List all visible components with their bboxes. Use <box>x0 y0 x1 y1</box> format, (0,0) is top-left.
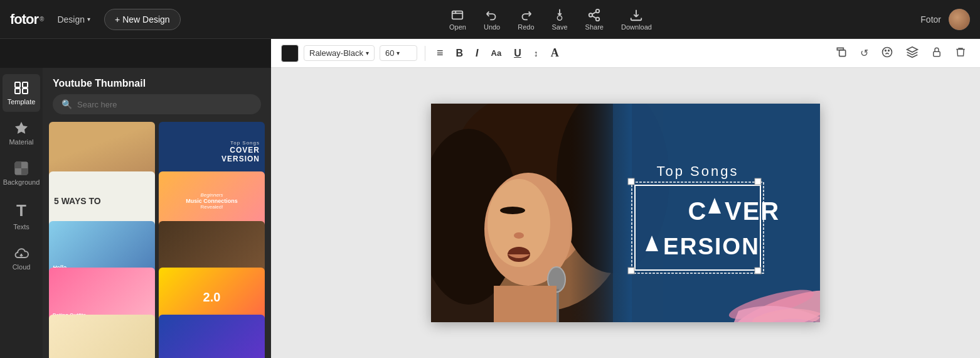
svg-marker-12 <box>15 122 28 134</box>
trash-icon <box>955 46 966 58</box>
font-family-selector[interactable]: Raleway-Black ▾ <box>304 45 375 61</box>
share-icon <box>587 8 601 22</box>
template-label-2: Top Songs COVER VERSION <box>221 140 260 163</box>
template-label-3: 5 WAYS TO <box>54 196 101 206</box>
background-icon <box>14 161 29 176</box>
undo-tool[interactable]: Undo <box>484 8 500 31</box>
delete-button[interactable] <box>951 44 970 63</box>
template-label-4: Beginners Music Connections Revealed! <box>186 192 238 210</box>
canvas-area: Top Songs C VER ERSION <box>271 68 980 358</box>
texts-label: Texts <box>13 223 29 231</box>
texts-icon: T <box>16 201 26 220</box>
template-thumb[interactable]: DESIGN <box>159 315 265 358</box>
svg-rect-16 <box>15 168 21 175</box>
download-label: Download <box>621 23 652 31</box>
svg-point-4 <box>596 17 600 20</box>
template-panel: Youtube Thumbnail 🔍 Cute Cats Top Songs … <box>43 68 271 358</box>
sidebar: Template Material Background T Texts <box>0 68 43 358</box>
sidebar-item-template[interactable]: Template <box>3 74 40 112</box>
italic-button[interactable]: I <box>472 45 482 62</box>
text-style-button[interactable]: A <box>547 44 563 62</box>
svg-point-2 <box>596 9 600 13</box>
save-icon <box>553 8 567 22</box>
sidebar-item-cloud[interactable]: Cloud <box>3 239 40 277</box>
svg-point-6 <box>883 47 892 57</box>
svg-rect-10 <box>15 89 20 94</box>
user-name: Fotor <box>920 14 941 24</box>
undo-label: Undo <box>484 23 500 31</box>
layers-button[interactable] <box>902 43 922 63</box>
logo-text: fotor <box>10 11 38 28</box>
download-tool[interactable]: Download <box>621 8 652 31</box>
format-bar: Raleway-Black ▾ 60 ▾ ≡ B I Aa U ↕ A ↺ <box>271 39 980 68</box>
aa-button[interactable]: Aa <box>487 46 506 60</box>
canvas-svg: Top Songs C VER ERSION <box>431 104 820 322</box>
rotate-button[interactable]: ↺ <box>856 45 872 62</box>
avatar-image <box>949 9 970 30</box>
bold-button[interactable]: B <box>452 45 467 62</box>
fotor-logo: fotor® <box>10 11 43 28</box>
center-toolbar: Open Undo Redo Save Share <box>188 8 913 31</box>
svg-text:Top Songs: Top Songs <box>657 163 739 179</box>
cloud-icon <box>14 246 29 261</box>
search-input[interactable] <box>77 100 252 109</box>
material-icon <box>14 121 29 136</box>
avatar[interactable] <box>949 9 970 30</box>
logo-sup: ® <box>40 16 43 23</box>
undo-icon <box>485 8 499 22</box>
open-icon <box>450 8 464 22</box>
redo-tool[interactable]: Redo <box>518 8 534 31</box>
svg-rect-46 <box>628 268 634 274</box>
background-label: Background <box>3 178 40 186</box>
share-tool[interactable]: Share <box>585 8 604 31</box>
share-label: Share <box>585 23 604 31</box>
template-thumb[interactable] <box>49 315 155 358</box>
canvas-wrapper: Top Songs C VER ERSION <box>431 104 820 322</box>
size-chevron-icon: ▾ <box>397 50 400 57</box>
svg-rect-15 <box>21 168 28 175</box>
download-icon <box>629 8 643 22</box>
svg-text:ERSION: ERSION <box>663 234 760 259</box>
svg-rect-45 <box>755 178 761 185</box>
svg-point-3 <box>589 13 593 17</box>
search-bar[interactable]: 🔍 <box>53 94 261 114</box>
svg-text:VER: VER <box>725 197 780 225</box>
svg-point-28 <box>514 232 524 239</box>
new-design-label: + New Design <box>115 14 170 24</box>
templates-grid: Cute Cats Top Songs COVER VERSION 5 WAYS… <box>43 122 271 358</box>
main-content: Template Material Background T Texts <box>0 68 980 358</box>
save-tool[interactable]: Save <box>552 8 568 31</box>
sidebar-item-background[interactable]: Background <box>3 155 40 192</box>
top-navigation: fotor® Design ▾ + New Design Open Undo R… <box>0 0 980 39</box>
underline-button[interactable]: U <box>510 45 525 62</box>
open-label: Open <box>449 23 466 31</box>
material-label: Material <box>9 138 33 146</box>
text-align-button[interactable]: ≡ <box>433 44 447 62</box>
lock-button[interactable] <box>927 44 946 63</box>
font-size-value: 60 <box>385 48 394 58</box>
svg-rect-14 <box>15 162 21 168</box>
font-name-label: Raleway-Black <box>309 48 363 58</box>
redo-label: Redo <box>518 23 534 31</box>
duplicate-icon <box>835 46 848 58</box>
svg-rect-7 <box>934 52 940 57</box>
template-label-8: 2.0 <box>203 290 221 305</box>
svg-rect-35 <box>569 104 632 322</box>
svg-rect-44 <box>628 178 634 185</box>
open-tool[interactable]: Open <box>449 8 466 31</box>
design-dropdown-button[interactable]: Design ▾ <box>51 11 97 28</box>
sidebar-item-texts[interactable]: T Texts <box>3 195 40 237</box>
mask-icon <box>881 46 893 58</box>
duplicate-button[interactable] <box>831 43 851 63</box>
font-size-selector[interactable]: 60 ▾ <box>380 45 417 61</box>
svg-rect-8 <box>15 82 20 87</box>
font-chevron-icon: ▾ <box>366 50 369 57</box>
save-label: Save <box>552 23 568 31</box>
mask-button[interactable] <box>877 43 897 63</box>
letter-spacing-button[interactable]: ↕ <box>530 46 542 61</box>
sidebar-item-material[interactable]: Material <box>3 114 40 152</box>
format-divider-1 <box>425 46 425 61</box>
right-tools: Fotor <box>920 9 970 30</box>
text-color-swatch[interactable] <box>281 45 299 62</box>
new-design-button[interactable]: + New Design <box>104 9 181 30</box>
